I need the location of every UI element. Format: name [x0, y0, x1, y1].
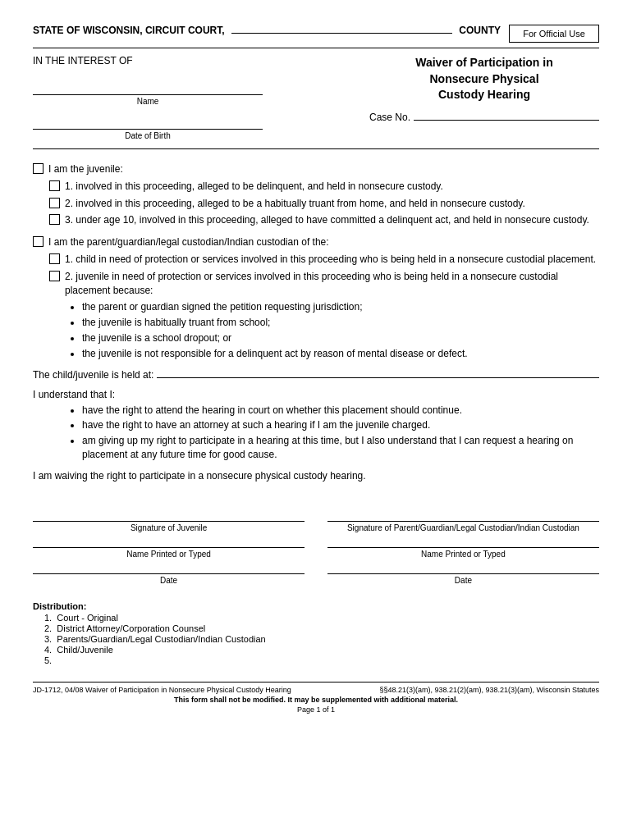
- page: STATE OF WISCONSIN, CIRCUIT COURT, COUNT…: [0, 0, 632, 840]
- held-at-label: The child/juvenile is held at:: [33, 369, 153, 381]
- juvenile-item-2-checkbox[interactable]: [49, 198, 60, 208]
- juvenile-item-3-text: 3. under age 10, involved in this procee…: [65, 213, 599, 227]
- understand-bullet-1: have the right to attend the hearing in …: [82, 404, 599, 418]
- distribution-section: Distribution: 1. Court - Original 2. Dis…: [33, 601, 599, 665]
- sig-line-juvenile: [33, 521, 305, 522]
- name-label: Name: [33, 97, 263, 106]
- juvenile-item-3-checkbox[interactable]: [49, 214, 60, 225]
- parent-checkbox[interactable]: [33, 236, 44, 247]
- form-title-line3: Custody Hearing: [369, 87, 599, 103]
- name-line-1: [33, 547, 305, 548]
- juvenile-intro-text: I am the juvenile:: [48, 162, 599, 176]
- date-label-2: Date: [327, 576, 599, 585]
- juvenile-item-2-text: 2. involved in this proceeding, alleged …: [65, 197, 599, 211]
- parent-item-2-row: 2. juvenile in need of protection or ser…: [49, 270, 599, 298]
- understand-intro: I understand that I:: [33, 389, 599, 400]
- form-title-line1: Waiver of Participation in: [369, 55, 599, 71]
- footer-statutes: §§48.21(3)(am), 938.21(2)(am), 938.21(3)…: [379, 686, 599, 694]
- waiving-text: I am waiving the right to participate in…: [33, 470, 366, 482]
- bullet-2: the juvenile is habitually truant from s…: [82, 316, 599, 330]
- signatures-section: Signature of Juvenile Signature of Paren…: [33, 521, 599, 585]
- info-right: Waiver of Participation in Nonsecure Phy…: [369, 55, 599, 123]
- juvenile-item-2-row: 2. involved in this proceeding, alleged …: [49, 197, 599, 211]
- understand-block: I understand that I: have the right to a…: [33, 389, 599, 462]
- name-col-1: Name Printed or Typed: [33, 547, 305, 559]
- name-line-2: [327, 547, 599, 548]
- dist-item-1: 1. Court - Original: [44, 613, 599, 623]
- footer-wrap: JD-1712, 04/08 Waiver of Participation i…: [33, 682, 599, 714]
- bullet-1: the parent or guardian signed the petiti…: [82, 300, 599, 314]
- main-divider: [33, 148, 599, 149]
- juvenile-block: I am the juvenile: 1. involved in this p…: [33, 162, 599, 227]
- dist-item-5: 5.: [44, 655, 599, 665]
- dist-item-2: 2. District Attorney/Corporation Counsel: [44, 623, 599, 633]
- body-section: I am the juvenile: 1. involved in this p…: [33, 156, 599, 496]
- date-line-1: [33, 573, 305, 574]
- footer-page: Page 1 of 1: [33, 705, 599, 714]
- juvenile-item-1-text: 1. involved in this proceeding, alleged …: [65, 180, 599, 194]
- juvenile-checkbox[interactable]: [33, 163, 44, 174]
- held-at-underline: [157, 377, 599, 378]
- name-col-2: Name Printed or Typed: [327, 547, 599, 559]
- understand-bullet-3: am giving up my right to participate in …: [82, 434, 599, 462]
- court-line: STATE OF WISCONSIN, CIRCUIT COURT, COUNT…: [33, 25, 501, 36]
- footer-notice: This form shall not be modified. It may …: [33, 696, 599, 704]
- info-left: IN THE INTEREST OF Name Date of Birth: [33, 55, 369, 140]
- sig-col-parent: Signature of Parent/Guardian/Legal Custo…: [327, 521, 599, 532]
- parent-item-2-checkbox[interactable]: [49, 271, 60, 281]
- parent-bullets: the parent or guardian signed the petiti…: [82, 300, 599, 360]
- sig-row-3: Date Date: [33, 573, 599, 585]
- sig-row-2: Name Printed or Typed Name Printed or Ty…: [33, 547, 599, 559]
- dob-label: Date of Birth: [33, 131, 263, 140]
- parent-item-1-text: 1. child in need of protection or servic…: [65, 253, 599, 267]
- case-no-label: Case No.: [369, 112, 410, 123]
- form-title: Waiver of Participation in Nonsecure Phy…: [369, 55, 599, 103]
- dist-item-4: 4. Child/Juvenile: [44, 645, 599, 655]
- dist-item-3: 3. Parents/Guardian/Legal Custodian/Indi…: [44, 634, 599, 644]
- case-no-line: Case No.: [369, 112, 599, 123]
- footer-form-id: JD-1712, 04/08 Waiver of Participation i…: [33, 686, 291, 694]
- juvenile-item-1-row: 1. involved in this proceeding, alleged …: [49, 180, 599, 194]
- court-underline: [231, 33, 453, 34]
- form-title-line2: Nonsecure Physical: [369, 71, 599, 88]
- parent-item-1-row: 1. child in need of protection or servic…: [49, 253, 599, 267]
- parent-main-row: I am the parent/guardian/legal custodian…: [33, 235, 599, 249]
- header-left: STATE OF WISCONSIN, CIRCUIT COURT, COUNT…: [33, 25, 501, 36]
- parent-item-2-text: 2. juvenile in need of protection or ser…: [65, 270, 599, 298]
- held-at-line: The child/juvenile is held at:: [33, 369, 599, 381]
- case-no-underline: [414, 120, 599, 121]
- date-col-1: Date: [33, 573, 305, 585]
- distribution-title: Distribution:: [33, 601, 599, 611]
- official-use-box: For Official Use: [509, 25, 599, 43]
- waiving-block: I am waiving the right to participate in…: [33, 470, 599, 482]
- understand-bullet-2: have the right to have an attorney at su…: [82, 418, 599, 432]
- parent-intro-text: I am the parent/guardian/legal custodian…: [48, 235, 599, 249]
- juvenile-main-row: I am the juvenile:: [33, 162, 599, 176]
- bullet-3: the juvenile is a school dropout; or: [82, 331, 599, 345]
- header-section: STATE OF WISCONSIN, CIRCUIT COURT, COUNT…: [33, 25, 599, 48]
- in-interest-of-label: IN THE INTEREST OF: [33, 55, 353, 66]
- bullet-4: the juvenile is not responsible for a de…: [82, 347, 599, 361]
- sig-juvenile-label: Signature of Juvenile: [33, 523, 305, 532]
- dob-field-line: [33, 117, 263, 130]
- official-use-label: For Official Use: [523, 29, 585, 39]
- date-col-2: Date: [327, 573, 599, 585]
- name-field-line: [33, 83, 263, 95]
- info-section: IN THE INTEREST OF Name Date of Birth Wa…: [33, 55, 599, 140]
- sig-row-1: Signature of Juvenile Signature of Paren…: [33, 521, 599, 532]
- sig-parent-label: Signature of Parent/Guardian/Legal Custo…: [327, 523, 599, 532]
- date-line-2: [327, 573, 599, 574]
- sig-col-juvenile: Signature of Juvenile: [33, 521, 305, 532]
- juvenile-item-3-row: 3. under age 10, involved in this procee…: [49, 213, 599, 227]
- footer-section: JD-1712, 04/08 Waiver of Participation i…: [33, 682, 599, 694]
- juvenile-item-1-checkbox[interactable]: [49, 180, 60, 191]
- date-label-1: Date: [33, 576, 305, 585]
- sig-line-parent: [327, 521, 599, 522]
- parent-item-1-checkbox[interactable]: [49, 253, 60, 264]
- understand-bullets: have the right to attend the hearing in …: [82, 404, 599, 462]
- parent-block: I am the parent/guardian/legal custodian…: [33, 235, 599, 360]
- county-label: COUNTY: [459, 25, 501, 36]
- name-printed-label-1: Name Printed or Typed: [33, 550, 305, 559]
- name-printed-label-2: Name Printed or Typed: [327, 550, 599, 559]
- state-court-label: STATE OF WISCONSIN, CIRCUIT COURT,: [33, 25, 225, 36]
